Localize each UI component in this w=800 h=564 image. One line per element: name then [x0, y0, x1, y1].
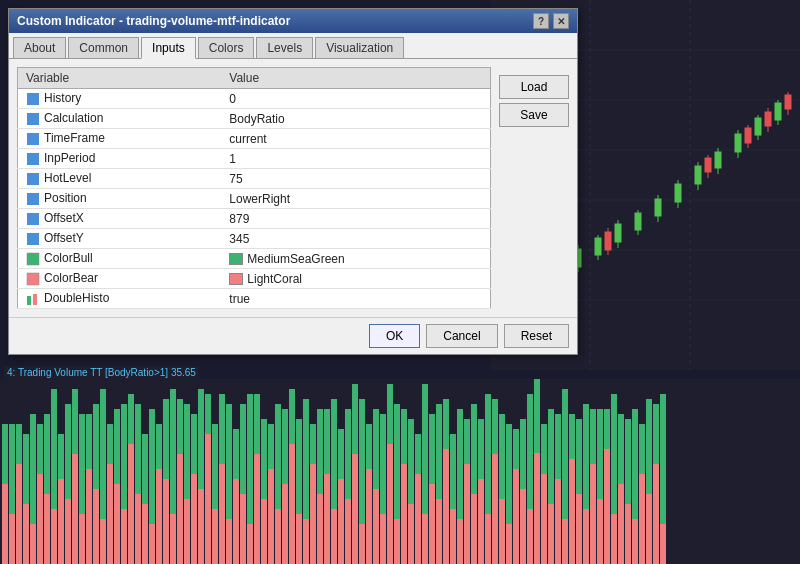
tab-levels[interactable]: Levels — [256, 37, 313, 58]
vol-bar-bull — [310, 424, 316, 464]
vol-bar-bull — [380, 414, 386, 514]
row-variable-name: TimeFrame — [44, 131, 105, 145]
svg-rect-47 — [605, 232, 611, 250]
table-row[interactable]: OffsetX879 — [18, 209, 491, 229]
row-name-cell: OffsetY — [18, 229, 222, 249]
tab-about[interactable]: About — [13, 37, 66, 58]
vol-bar-bull — [401, 409, 407, 464]
row-value-cell: true — [221, 289, 490, 309]
vol-bar-bear — [16, 464, 22, 564]
vol-bar-bear — [611, 514, 617, 564]
vol-bar-bear — [352, 454, 358, 564]
vol-bar-bear — [464, 464, 470, 564]
vol-bar-bull — [114, 409, 120, 484]
svg-rect-53 — [765, 112, 771, 126]
vol-bar-bull — [548, 409, 554, 504]
vol-bar-group — [114, 379, 120, 564]
vol-bar-group — [233, 379, 239, 564]
row-icon — [26, 112, 40, 126]
reset-button[interactable]: Reset — [504, 324, 569, 348]
vol-bar-bear — [65, 499, 71, 564]
tab-common[interactable]: Common — [68, 37, 139, 58]
vol-bar-group — [23, 379, 29, 564]
vol-bar-bear — [415, 474, 421, 564]
vol-bar-bull — [58, 434, 64, 479]
table-row[interactable]: HotLevel75 — [18, 169, 491, 189]
vol-bar-bear — [639, 474, 645, 564]
vol-bar-bear — [240, 494, 246, 564]
vol-bar-bull — [163, 399, 169, 479]
table-row[interactable]: ColorBullMediumSeaGreen — [18, 249, 491, 269]
vol-bar-bull — [37, 424, 43, 474]
row-value-text: 0 — [229, 92, 236, 106]
vol-bar-bull — [170, 389, 176, 514]
table-row[interactable]: CalculationBodyRatio — [18, 109, 491, 129]
row-value-text: LightCoral — [247, 272, 302, 286]
vol-bar-bull — [436, 404, 442, 499]
table-row[interactable]: History0 — [18, 89, 491, 109]
row-value-cell: current — [221, 129, 490, 149]
vol-bar-bear — [583, 509, 589, 564]
vol-bar-bull — [471, 404, 477, 494]
vol-bar-bull — [611, 394, 617, 514]
vol-bar-bull — [72, 389, 78, 454]
row-icon — [26, 92, 40, 106]
vol-bar-bear — [569, 459, 575, 564]
vol-bar-bull — [569, 414, 575, 459]
table-row[interactable]: TimeFramecurrent — [18, 129, 491, 149]
cancel-button[interactable]: Cancel — [426, 324, 497, 348]
vol-bar-bear — [247, 524, 253, 564]
table-row[interactable]: InpPeriod1 — [18, 149, 491, 169]
vol-bar-bear — [191, 474, 197, 564]
row-value-cell: 1 — [221, 149, 490, 169]
vol-bar-group — [317, 379, 323, 564]
vol-bar-bear — [128, 444, 134, 564]
svg-rect-64 — [27, 253, 39, 265]
vol-bar-bull — [597, 409, 603, 499]
table-row[interactable]: OffsetY345 — [18, 229, 491, 249]
vol-bar-group — [660, 379, 666, 564]
table-row[interactable]: DoubleHistotrue — [18, 289, 491, 309]
row-name-cell: HotLevel — [18, 169, 222, 189]
load-button[interactable]: Load — [499, 75, 569, 99]
close-button[interactable]: ✕ — [553, 13, 569, 29]
vol-bar-bull — [555, 414, 561, 479]
row-icon — [26, 212, 40, 226]
vol-bar-bear — [387, 444, 393, 564]
vol-bar-group — [170, 379, 176, 564]
vol-bar-bull — [513, 429, 519, 469]
vol-bar-bear — [205, 434, 211, 564]
vol-bar-group — [37, 379, 43, 564]
vol-bar-group — [485, 379, 491, 564]
vol-bar-bull — [212, 424, 218, 509]
tab-inputs[interactable]: Inputs — [141, 37, 196, 59]
vol-bar-bull — [107, 424, 113, 464]
tab-colors[interactable]: Colors — [198, 37, 255, 58]
ok-button[interactable]: OK — [369, 324, 420, 348]
help-button[interactable]: ? — [533, 13, 549, 29]
vol-bar-group — [275, 379, 281, 564]
row-icon — [26, 172, 40, 186]
table-row[interactable]: ColorBearLightCoral — [18, 269, 491, 289]
vol-bar-bear — [100, 519, 106, 564]
save-button[interactable]: Save — [499, 103, 569, 127]
vol-bar-bear — [429, 484, 435, 564]
vol-bar-bear — [660, 524, 666, 564]
vol-bar-group — [268, 379, 274, 564]
vol-bar-bear — [93, 489, 99, 564]
vol-bar-bear — [625, 504, 631, 564]
vol-bar-bull — [583, 404, 589, 509]
svg-rect-27 — [595, 238, 601, 255]
vol-bar-group — [100, 379, 106, 564]
dialog-titlebar: Custom Indicator - trading-volume-mtf-in… — [9, 9, 577, 33]
row-icon — [26, 152, 40, 166]
vol-bar-group — [646, 379, 652, 564]
volume-chart — [0, 379, 800, 564]
vol-bar-group — [576, 379, 582, 564]
vol-bar-bear — [23, 504, 29, 564]
vol-bar-bear — [177, 454, 183, 564]
table-row[interactable]: PositionLowerRight — [18, 189, 491, 209]
vol-bar-bear — [156, 469, 162, 564]
tab-visualization[interactable]: Visualization — [315, 37, 404, 58]
row-value-cell: BodyRatio — [221, 109, 490, 129]
